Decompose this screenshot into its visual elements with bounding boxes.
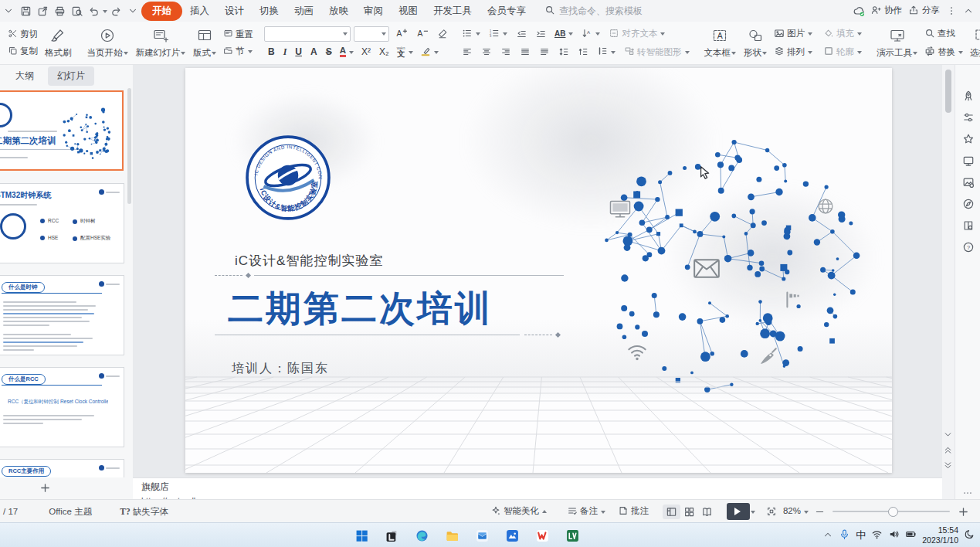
bold-button[interactable]: B [264, 45, 279, 59]
theme-indicator[interactable]: Office 主题 [49, 506, 92, 518]
previous-slide-icon[interactable] [943, 445, 953, 457]
next-slide-icon[interactable] [943, 460, 953, 473]
tray-wifi-icon[interactable] [871, 528, 883, 542]
object-properties-icon[interactable] [959, 108, 978, 127]
image-tools-icon[interactable] [959, 173, 978, 192]
share-button[interactable]: 分享 [905, 3, 943, 19]
shapes-button[interactable]: 形状 [740, 23, 771, 63]
wps-office-icon[interactable] [532, 525, 552, 545]
sort-text-button[interactable]: A [578, 26, 603, 42]
slideshow-play-button[interactable] [727, 503, 750, 520]
mail-app-icon[interactable] [472, 525, 492, 545]
tab-transition[interactable]: 切换 [252, 2, 287, 21]
clock[interactable]: 15:54 2023/1/10 [922, 525, 958, 545]
play-options-dropdown[interactable] [751, 511, 755, 516]
increase-indent-button[interactable] [532, 27, 549, 41]
reference-book-icon[interactable] [959, 216, 978, 235]
font-color-button[interactable]: A [337, 45, 357, 59]
text-direction-button[interactable]: AB [551, 29, 576, 39]
add-slide-button[interactable] [34, 481, 56, 498]
tab-design[interactable]: 设计 [217, 2, 252, 21]
tab-animation[interactable]: 动画 [287, 2, 321, 21]
subscript-button[interactable]: X₂ [375, 45, 393, 59]
outline-button[interactable]: 轮廓 [820, 44, 865, 60]
present-tools-button[interactable]: 演示工具 [873, 23, 921, 63]
select-button[interactable]: 选择 [966, 23, 980, 63]
decrease-font-button[interactable]: A [413, 26, 431, 41]
microphone-icon[interactable] [839, 528, 850, 542]
blue-app-icon[interactable] [502, 525, 522, 545]
fit-to-window-button[interactable] [763, 505, 780, 518]
line-spacing-button[interactable] [594, 44, 619, 60]
tab-slideshow[interactable]: 放映 [321, 2, 356, 21]
text-box-button[interactable]: A文本框 [700, 23, 741, 63]
save-icon[interactable] [17, 2, 34, 19]
quick-tools-rocket-icon[interactable] [959, 87, 978, 105]
undo-dropdown[interactable] [103, 10, 107, 15]
highlighter-button[interactable] [417, 44, 442, 60]
superscript-button[interactable]: X² [358, 45, 375, 59]
screen-cast-icon[interactable] [959, 151, 978, 170]
outline-tab[interactable]: 大纲 [6, 66, 43, 86]
increase-font-button[interactable]: A [392, 26, 410, 41]
print-icon[interactable] [51, 2, 68, 19]
align-text-button[interactable]: 对齐文本 [605, 26, 668, 42]
tab-review[interactable]: 审阅 [356, 2, 391, 21]
char-border-button[interactable]: A [307, 45, 321, 59]
find-button[interactable]: 查找 [921, 26, 966, 42]
to-smart-graphic-button[interactable]: 转智能图形 [621, 44, 693, 60]
format-painter-button[interactable]: 格式刷 [41, 23, 76, 63]
layout-button[interactable]: 版式 [189, 23, 220, 63]
night-mode-moon-icon[interactable] [964, 528, 975, 542]
smart-beautify-button[interactable]: 智能美化 [487, 504, 550, 520]
zoom-slider[interactable] [832, 511, 950, 512]
tray-battery-icon[interactable] [905, 528, 917, 542]
font-family-combo[interactable] [264, 26, 351, 42]
effects-star-icon[interactable] [959, 130, 978, 148]
tray-chevron-up-icon[interactable] [822, 529, 833, 542]
font-size-combo[interactable] [354, 26, 389, 42]
windows-start-icon[interactable] [351, 525, 371, 545]
strikethrough-button[interactable]: S [322, 45, 336, 59]
slide-title-text[interactable]: 二期第二次培训 [228, 285, 493, 333]
align-center-button[interactable] [478, 45, 495, 59]
underline-button[interactable]: U [291, 45, 306, 59]
tab-member[interactable]: 会员专享 [480, 2, 534, 21]
italic-button[interactable]: I [280, 45, 291, 59]
navigation-compass-icon[interactable] [959, 195, 978, 213]
main-scrollbar[interactable] [942, 65, 955, 499]
play-from-current-button[interactable]: 当页开始 [83, 23, 132, 63]
decrease-indent-button[interactable] [513, 27, 530, 41]
reset-button[interactable]: 重置 [220, 27, 256, 42]
slide-thumbnail-2[interactable]: STM32时钟系统 RCC HSE 时钟树 配置HSE实验 [0, 183, 124, 263]
slide-sorter-view-button[interactable] [680, 505, 698, 519]
reading-view-button[interactable] [698, 505, 716, 519]
notes-button[interactable]: 备注 [564, 504, 609, 520]
slide-org-text[interactable]: iC设计&智能控制实验室 [235, 252, 383, 270]
zoom-level-button[interactable]: 82% [780, 505, 812, 518]
notes-pane[interactable]: 旗舰店 https://….tmall.com [133, 477, 942, 499]
align-justify-button[interactable] [517, 45, 534, 59]
scrollbar-thumb[interactable] [945, 70, 951, 113]
redo-icon[interactable] [107, 2, 124, 19]
green-app-icon[interactable] [562, 525, 582, 545]
line-spacing-up-button[interactable] [555, 45, 572, 59]
fill-button[interactable]: 填充 [820, 26, 865, 42]
lab-logo[interactable]: IC DESIGN AND INTELLIGENT CONTROL LAB iC… [245, 134, 331, 223]
cut-button[interactable]: 剪切 [5, 27, 41, 42]
dark-app-icon[interactable] [381, 525, 402, 545]
undo-icon[interactable] [85, 2, 102, 19]
numbered-list-button[interactable]: 123 [486, 26, 510, 42]
align-distribute-button[interactable] [536, 45, 553, 59]
bullet-list-button[interactable] [459, 26, 483, 42]
line-spacing-down-button[interactable] [575, 45, 592, 59]
tab-devtools[interactable]: 开发工具 [426, 2, 480, 21]
cloud-sync-icon[interactable] [850, 2, 867, 19]
quickbar-more-icon[interactable] [124, 2, 141, 19]
tab-view[interactable]: 视图 [391, 2, 426, 21]
sidebar-scrollbar[interactable] [127, 88, 131, 204]
comments-button[interactable]: 批注 [615, 504, 652, 520]
tray-speaker-icon[interactable] [888, 528, 900, 542]
section-button[interactable]: 节 [220, 44, 256, 59]
arrange-button[interactable]: 排列 [771, 44, 816, 60]
